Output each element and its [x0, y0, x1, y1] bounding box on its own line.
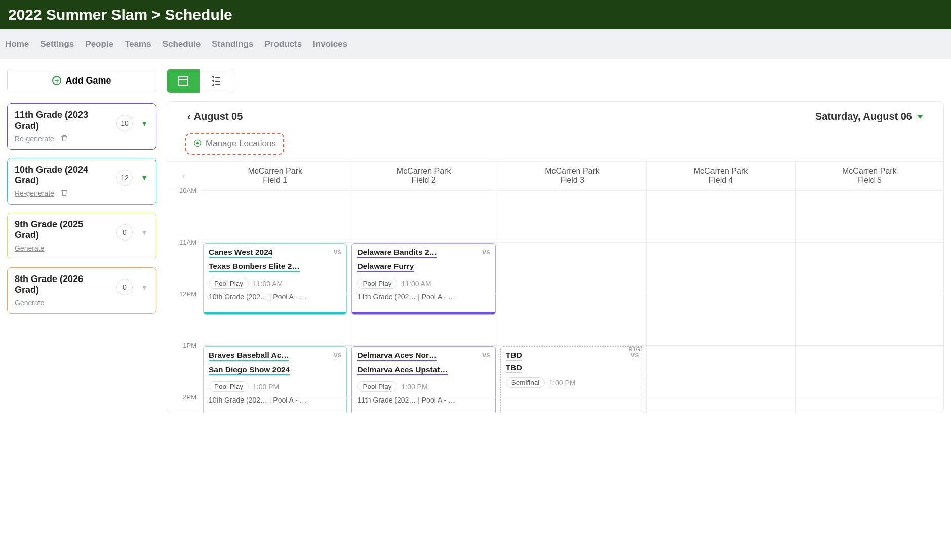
previous-date-label: August 05 — [194, 111, 243, 123]
division-card[interactable]: 9th Grade (2025 Grad)Generate0▼ — [7, 213, 156, 259]
nav-link-standings[interactable]: Standings — [212, 39, 253, 49]
nav-link-schedule[interactable]: Schedule — [163, 39, 201, 49]
trash-icon[interactable] — [60, 134, 68, 143]
vs-label: vs — [334, 248, 342, 256]
division-card[interactable]: 10th Grade (2024 Grad)Re-generate12▼ — [7, 158, 156, 205]
page-title: 2022 Summer Slam > Schedule — [8, 6, 943, 23]
schedule-lane: R1G1TBDvsTBDSemifinal1:00 PM — [498, 190, 646, 413]
column-header: McCarren ParkField 3 — [498, 162, 646, 190]
division-count-badge: 0 — [116, 224, 133, 241]
time-label: 2PM — [183, 393, 196, 401]
nav-link-people[interactable]: People — [85, 39, 113, 49]
schedule-lane: Delaware Bandits 2…vsDelaware FurryPool … — [349, 190, 497, 413]
division-title: 11th Grade (2023 Grad) — [15, 110, 101, 131]
schedule-event[interactable]: Delaware Bandits 2…vsDelaware FurryPool … — [351, 243, 495, 315]
vs-label: vs — [482, 351, 490, 359]
add-game-button[interactable]: + Add Game — [7, 69, 156, 92]
scroll-columns-left[interactable]: ‹ — [182, 171, 185, 181]
previous-date-button[interactable]: ‹ August 05 — [187, 111, 243, 123]
chevron-down-icon[interactable]: ▼ — [141, 119, 148, 127]
division-action-link[interactable]: Re-generate — [15, 135, 54, 143]
time-label: 10AM — [179, 187, 196, 194]
add-game-label: Add Game — [65, 75, 111, 86]
chevron-down-icon — [917, 115, 923, 119]
schedule-panel: ‹ August 05 Saturday, August 06 ⦿ Manage… — [167, 101, 944, 413]
event-tag: R1G1 — [627, 346, 644, 352]
column-header: McCarren ParkField 1 — [201, 162, 349, 190]
column-header: McCarren ParkField 2 — [349, 162, 497, 190]
main-nav: HomeSettingsPeopleTeamsScheduleStandings… — [0, 29, 951, 59]
chevron-left-icon: ‹ — [187, 111, 191, 123]
nav-link-products[interactable]: Products — [264, 39, 302, 49]
event-team: TBD — [506, 351, 522, 361]
event-time: 1:00 PM — [401, 383, 427, 391]
location-pin-icon: ⦿ — [193, 139, 202, 148]
division-action-link[interactable]: Generate — [15, 244, 44, 252]
main-content: ‹ August 05 Saturday, August 06 ⦿ Manage… — [167, 69, 944, 413]
schedule-event[interactable]: R1G1TBDvsTBDSemifinal1:00 PM — [500, 346, 644, 413]
trash-icon[interactable] — [60, 189, 68, 198]
schedule-lane — [795, 190, 943, 413]
event-team: TBD — [506, 363, 522, 373]
chevron-down-icon[interactable]: ▼ — [141, 174, 148, 182]
event-team: Braves Baseball Ac… — [209, 351, 289, 361]
event-time: 11:00 AM — [401, 279, 431, 288]
vs-label: vs — [482, 248, 490, 256]
division-count-badge: 12 — [116, 170, 133, 186]
division-title: 10th Grade (2024 Grad) — [15, 165, 101, 186]
division-title: 9th Grade (2025 Grad) — [15, 219, 101, 241]
schedule-lane: Canes West 2024vsTexas Bombers Elite 2…P… — [201, 190, 349, 413]
event-type-pill: Pool Play — [209, 381, 249, 392]
nav-link-settings[interactable]: Settings — [40, 39, 74, 49]
event-team: Delaware Furry — [357, 262, 414, 272]
list-icon — [212, 76, 220, 86]
column-header: McCarren ParkField 5 — [795, 162, 943, 190]
division-card[interactable]: 11th Grade (2023 Grad)Re-generate10▼ — [7, 103, 156, 150]
chevron-down-icon[interactable]: ▼ — [141, 228, 148, 236]
manage-locations-label: Manage Locations — [206, 139, 276, 149]
schedule-event[interactable]: Canes West 2024vsTexas Bombers Elite 2…P… — [203, 243, 347, 315]
nav-link-invoices[interactable]: Invoices — [313, 39, 347, 49]
calendar-view-button[interactable] — [167, 69, 200, 93]
view-toggle — [167, 69, 232, 93]
division-action-link[interactable]: Generate — [15, 299, 44, 307]
date-picker[interactable]: Saturday, August 06 — [815, 111, 923, 123]
nav-link-teams[interactable]: Teams — [125, 39, 151, 49]
current-date-label: Saturday, August 06 — [815, 111, 912, 123]
list-view-button[interactable] — [200, 69, 232, 93]
event-type-pill: Pool Play — [357, 381, 397, 392]
division-count-badge: 0 — [116, 279, 133, 295]
division-count-badge: 10 — [116, 115, 133, 131]
event-time: 1:00 PM — [549, 379, 575, 387]
event-time: 11:00 AM — [253, 279, 283, 288]
event-team: Canes West 2024 — [209, 248, 272, 258]
time-label: 11AM — [179, 238, 196, 246]
nav-link-home[interactable]: Home — [5, 39, 29, 49]
manage-locations-button[interactable]: ⦿ Manage Locations — [185, 133, 284, 155]
event-team: Delmarva Aces Upstat… — [357, 365, 448, 375]
sidebar: + Add Game 11th Grade (2023 Grad)Re-gene… — [7, 69, 156, 413]
division-action-link[interactable]: Re-generate — [15, 189, 54, 197]
event-team: Delaware Bandits 2… — [357, 248, 437, 258]
event-type-pill: Semifinal — [506, 377, 545, 388]
schedule-grid: ‹ McCarren ParkField 1McCarren ParkField… — [167, 161, 943, 413]
header-bar: 2022 Summer Slam > Schedule — [0, 0, 951, 29]
schedule-event[interactable]: Delmarva Aces Nor…vsDelmarva Aces Upstat… — [351, 346, 495, 413]
time-label: 1PM — [183, 342, 196, 349]
event-team: Texas Bombers Elite 2… — [209, 262, 300, 272]
time-label: 12PM — [179, 290, 196, 298]
event-team: Delmarva Aces Nor… — [357, 351, 437, 361]
plus-circle-icon: + — [52, 76, 61, 85]
division-card[interactable]: 8th Grade (2026 Grad)Generate0▼ — [7, 267, 156, 314]
calendar-icon — [178, 76, 188, 86]
schedule-event[interactable]: Braves Baseball Ac…vsSan Diego Show 2024… — [203, 346, 347, 413]
chevron-down-icon[interactable]: ▼ — [141, 283, 148, 291]
schedule-lane — [646, 190, 795, 413]
division-title: 8th Grade (2026 Grad) — [15, 274, 101, 295]
column-header: McCarren ParkField 4 — [646, 162, 795, 190]
vs-label: vs — [334, 351, 342, 359]
event-team: San Diego Show 2024 — [209, 365, 290, 375]
event-time: 1:00 PM — [253, 383, 279, 391]
event-type-pill: Pool Play — [209, 278, 249, 289]
event-type-pill: Pool Play — [357, 278, 397, 289]
